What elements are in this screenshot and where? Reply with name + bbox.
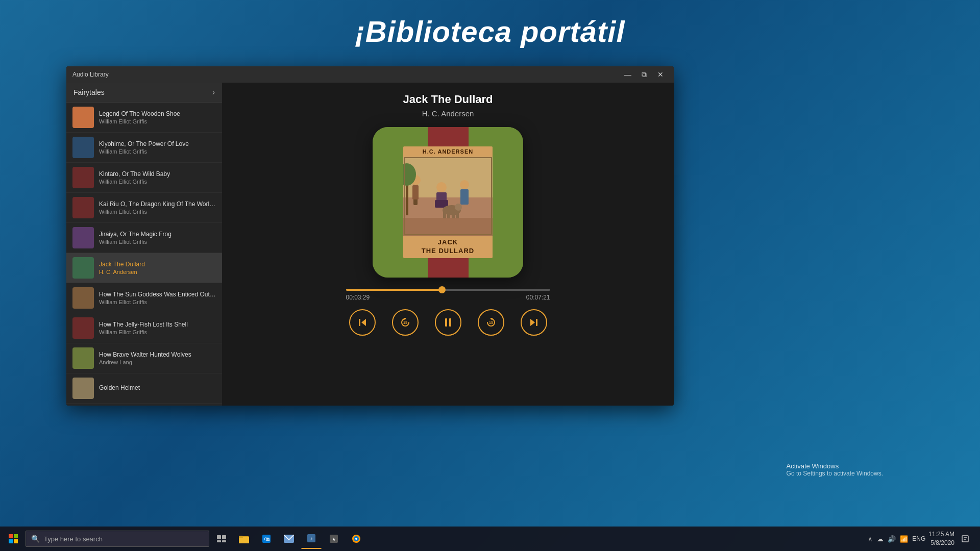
list-item-text: How Brave Walter Hunted Wolves Andrew La… [99, 351, 191, 365]
next-button[interactable] [521, 309, 547, 336]
svg-rect-22 [359, 319, 360, 326]
minimize-button[interactable]: — [621, 69, 635, 80]
list-item-title: Golden Helmet [99, 384, 140, 391]
previous-button[interactable] [349, 309, 376, 336]
list-item-thumbnail [72, 167, 94, 188]
svg-text:★: ★ [332, 537, 336, 542]
current-time: 00:03:29 [346, 294, 370, 301]
list-item-active[interactable]: Jack The Dullard H. C. Andersen [66, 253, 222, 283]
svg-marker-21 [361, 319, 366, 326]
svg-rect-11 [460, 189, 469, 205]
list-item[interactable]: Kiyohime, Or The Power Of Love William E… [66, 133, 222, 163]
svg-rect-14 [443, 210, 446, 218]
progress-bar[interactable] [346, 289, 550, 291]
list-item[interactable]: Legend Of The Wooden Shoe William Elliot… [66, 103, 222, 133]
taskbar-clock[interactable]: 11:25 AM 5/8/2020 [928, 530, 954, 547]
svg-rect-37 [217, 540, 221, 542]
svg-rect-38 [222, 540, 226, 542]
list-item-text: Kai Riu O, The Dragon King Of The World … [99, 201, 216, 215]
app-body: Fairytales › Legend Of The Wooden Shoe W… [66, 83, 674, 406]
main-content: Jack The Dullard H. C. Andersen H.C. AND… [222, 83, 674, 406]
svg-text:🛍: 🛍 [264, 536, 270, 542]
list-item-text: Jack The Dullard H. C. Andersen [99, 261, 145, 275]
activate-windows-subtitle: Go to Settings to activate Windows. [787, 470, 883, 477]
task-view-button[interactable] [211, 529, 232, 549]
svg-rect-41 [239, 536, 243, 538]
album-art: H.C. ANDERSEN [373, 127, 523, 278]
svg-text:15: 15 [403, 321, 407, 324]
list-item[interactable]: How The Sun Goddess Was Enticed Out Of I… [66, 283, 222, 313]
svg-rect-16 [452, 211, 455, 218]
progress-section: 00:03:29 00:07:21 [346, 289, 550, 301]
tray-icons: ∧ ☁ 🔊 📶 ENG [868, 535, 925, 543]
album-art-footer: JACK THE DULLARD [403, 236, 493, 258]
mail-button[interactable] [279, 529, 299, 549]
store-button[interactable]: 🛍 [256, 529, 277, 549]
notification-button[interactable] [958, 529, 973, 549]
list-item-author: William Elliot Griffis [99, 118, 180, 124]
rewind-15-button[interactable]: 15 [392, 309, 419, 336]
tray-cloud-icon: ☁ [877, 535, 884, 543]
audio-library-button[interactable]: ♪ [301, 529, 322, 549]
pause-button[interactable] [435, 309, 461, 336]
list-item-thumbnail [72, 137, 94, 158]
list-item[interactable]: How The Jelly-Fish Lost Its Shell Willia… [66, 313, 222, 343]
list-item-author: H. C. Andersen [99, 269, 145, 275]
list-item-title: Legend Of The Wooden Shoe [99, 110, 180, 117]
list-item-thumbnail [72, 197, 94, 218]
tray-chevron-icon[interactable]: ∧ [868, 535, 873, 543]
svg-rect-36 [222, 535, 226, 539]
svg-rect-6 [412, 185, 419, 199]
forward-15-button[interactable]: 15 [478, 309, 504, 336]
svg-rect-2 [403, 218, 493, 236]
list-item-title: Kai Riu O, The Dragon King Of The World … [99, 201, 216, 208]
start-button[interactable] [3, 529, 23, 549]
now-playing-title: Jack The Dullard [403, 93, 493, 106]
svg-text:♪: ♪ [310, 536, 313, 541]
search-icon: 🔍 [31, 535, 40, 543]
svg-rect-34 [14, 539, 18, 543]
list-item-thumbnail [72, 107, 94, 128]
progress-bar-thumb[interactable] [438, 286, 446, 293]
taskbar-search[interactable]: 🔍 Type here to search [26, 531, 209, 547]
svg-marker-29 [530, 319, 535, 326]
list-item-thumbnail [72, 287, 94, 309]
window-title: Audio Library [72, 71, 109, 78]
album-art-header: H.C. ANDERSEN [403, 146, 493, 157]
list-item-author: William Elliot Griffis [99, 148, 189, 155]
list-item[interactable]: Kintaro, Or The Wild Baby William Elliot… [66, 163, 222, 193]
unknown-app-button[interactable]: ★ [324, 529, 344, 549]
svg-rect-15 [447, 211, 450, 218]
list-item[interactable]: Kai Riu O, The Dragon King Of The World … [66, 193, 222, 223]
list-item-text: Kintaro, Or The Wild Baby William Elliot… [99, 170, 170, 185]
list-item-author: William Elliot Griffis [99, 299, 216, 305]
activate-windows-title: Activate Windows [787, 462, 883, 470]
file-explorer-button[interactable] [234, 529, 254, 549]
list-item-thumbnail [72, 257, 94, 279]
svg-point-51 [355, 538, 357, 540]
close-button[interactable]: ✕ [653, 69, 668, 80]
svg-rect-33 [9, 539, 13, 543]
maximize-button[interactable]: ⧉ [637, 69, 651, 80]
svg-point-10 [460, 180, 469, 189]
tray-network-icon: 📶 [900, 535, 908, 543]
list-item[interactable]: Jiraiya, Or The Magic Frog William Ellio… [66, 223, 222, 253]
list-item-title: How Brave Walter Hunted Wolves [99, 351, 191, 358]
list-item[interactable]: How Brave Walter Hunted Wolves Andrew La… [66, 343, 222, 373]
svg-point-13 [455, 204, 462, 211]
firefox-button[interactable] [346, 529, 366, 549]
sidebar-header[interactable]: Fairytales › [66, 83, 222, 103]
list-item-title: Jiraiya, Or The Magic Frog [99, 231, 172, 238]
sidebar-expand-icon: › [212, 88, 215, 97]
list-item[interactable]: Golden Helmet [66, 373, 222, 404]
list-item-author: William Elliot Griffis [99, 209, 216, 215]
svg-rect-31 [9, 534, 13, 538]
page-title: ¡Biblioteca portátil [0, 0, 980, 59]
list-item-text: Golden Helmet [99, 384, 140, 392]
list-item-text: Kiyohime, Or The Power Of Love William E… [99, 140, 189, 155]
tray-volume-icon[interactable]: 🔊 [888, 535, 896, 543]
list-item-thumbnail [72, 227, 94, 248]
taskbar-search-placeholder: Type here to search [44, 535, 103, 543]
album-illustration [403, 157, 493, 236]
sidebar-category-label: Fairytales [74, 88, 105, 96]
